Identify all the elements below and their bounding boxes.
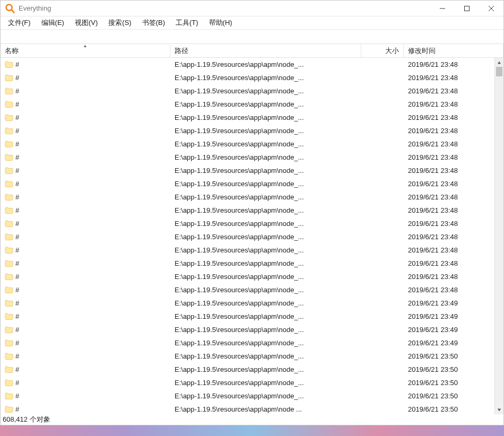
header-size[interactable]: 大小 xyxy=(361,44,404,57)
cell-name: # xyxy=(1,405,170,414)
cell-name: # xyxy=(1,60,170,69)
table-row[interactable]: #E:\app-1.19.5\resources\app\apm\node_..… xyxy=(1,297,503,310)
table-row[interactable]: #E:\app-1.19.5\resources\app\apm\node_..… xyxy=(1,257,503,270)
cell-path: E:\app-1.19.5\resources\app\apm\node_... xyxy=(170,286,361,294)
vertical-scrollbar[interactable] xyxy=(494,58,503,414)
cell-name: # xyxy=(1,193,170,202)
folder-icon xyxy=(5,193,13,202)
cell-path: E:\app-1.19.5\resources\app\apm\node_... xyxy=(170,206,361,214)
table-row[interactable]: #E:\app-1.19.5\resources\app\apm\node_..… xyxy=(1,283,503,297)
folder-icon xyxy=(5,140,13,149)
folder-icon xyxy=(5,312,13,321)
table-row[interactable]: #E:\app-1.19.5\resources\app\apm\node_..… xyxy=(1,376,503,389)
cell-name: # xyxy=(1,273,170,281)
table-row[interactable]: #E:\app-1.19.5\resources\app\apm\node_..… xyxy=(1,137,503,151)
cell-path: E:\app-1.19.5\resources\app\apm\node_... xyxy=(170,339,361,347)
table-row[interactable]: #E:\app-1.19.5\resources\app\apm\node_..… xyxy=(1,389,503,403)
menu-help[interactable]: 帮助(H) xyxy=(204,17,238,29)
item-name: # xyxy=(15,392,19,400)
item-name: # xyxy=(15,140,19,148)
search-bar xyxy=(1,29,503,44)
cell-date: 2019/6/21 23:48 xyxy=(404,273,503,281)
column-headers: ▲ 名称 路径 大小 修改时间 xyxy=(1,44,503,58)
folder-icon xyxy=(5,326,13,334)
table-row[interactable]: #E:\app-1.19.5\resources\app\apm\node_..… xyxy=(1,243,503,257)
cell-name: # xyxy=(1,312,170,321)
folder-icon xyxy=(5,365,13,374)
cell-path: E:\app-1.19.5\resources\app\apm\node ... xyxy=(170,405,361,413)
cell-path: E:\app-1.19.5\resources\app\apm\node_... xyxy=(170,180,361,188)
cell-path: E:\app-1.19.5\resources\app\apm\node_... xyxy=(170,392,361,400)
table-row[interactable]: #E:\app-1.19.5\resources\app\apm\node ..… xyxy=(1,403,503,414)
header-name[interactable]: ▲ 名称 xyxy=(1,44,170,57)
cell-path: E:\app-1.19.5\resources\app\apm\node_... xyxy=(170,167,361,175)
app-window: Everything 文件(F) 编辑(E) 视图(V) 搜索(S) 书签(B)… xyxy=(0,0,504,425)
folder-icon xyxy=(5,220,13,228)
menu-view[interactable]: 视图(V) xyxy=(69,17,103,29)
close-button[interactable] xyxy=(479,1,503,16)
scrollbar-track[interactable] xyxy=(495,67,503,405)
item-name: # xyxy=(15,100,19,108)
results-list[interactable]: #E:\app-1.19.5\resources\app\apm\node_..… xyxy=(1,58,503,414)
table-row[interactable]: #E:\app-1.19.5\resources\app\apm\node_..… xyxy=(1,363,503,376)
titlebar[interactable]: Everything xyxy=(1,1,503,16)
item-name: # xyxy=(15,193,19,201)
table-row[interactable]: #E:\app-1.19.5\resources\app\apm\node_..… xyxy=(1,84,503,98)
cell-name: # xyxy=(1,127,170,135)
scrollbar-thumb[interactable] xyxy=(496,67,502,76)
sort-ascending-icon: ▲ xyxy=(83,44,88,48)
cell-date: 2019/6/21 23:50 xyxy=(404,379,503,387)
search-input[interactable] xyxy=(1,30,503,43)
scroll-up-button[interactable] xyxy=(495,58,503,67)
cell-name: # xyxy=(1,114,170,122)
item-name: # xyxy=(15,299,19,307)
cell-name: # xyxy=(1,153,170,162)
table-row[interactable]: #E:\app-1.19.5\resources\app\apm\node_..… xyxy=(1,336,503,350)
cell-date: 2019/6/21 23:50 xyxy=(404,365,503,373)
cell-date: 2019/6/21 23:48 xyxy=(404,206,503,214)
folder-icon xyxy=(5,127,13,135)
menu-file[interactable]: 文件(F) xyxy=(3,17,36,29)
folder-icon xyxy=(5,233,13,241)
maximize-button[interactable] xyxy=(455,1,479,16)
table-row[interactable]: #E:\app-1.19.5\resources\app\apm\node_..… xyxy=(1,177,503,190)
cell-name: # xyxy=(1,100,170,109)
table-row[interactable]: #E:\app-1.19.5\resources\app\apm\node_..… xyxy=(1,350,503,363)
table-row[interactable]: #E:\app-1.19.5\resources\app\apm\node_..… xyxy=(1,204,503,217)
table-row[interactable]: #E:\app-1.19.5\resources\app\apm\node_..… xyxy=(1,230,503,243)
item-name: # xyxy=(15,206,19,214)
item-name: # xyxy=(15,259,19,267)
table-row[interactable]: #E:\app-1.19.5\resources\app\apm\node_..… xyxy=(1,270,503,283)
cell-path: E:\app-1.19.5\resources\app\apm\node_... xyxy=(170,127,361,135)
menu-search[interactable]: 搜索(S) xyxy=(103,17,136,29)
table-row[interactable]: #E:\app-1.19.5\resources\app\apm\node_..… xyxy=(1,190,503,204)
header-path[interactable]: 路径 xyxy=(170,44,361,57)
cell-date: 2019/6/21 23:48 xyxy=(404,114,503,121)
menu-edit[interactable]: 编辑(E) xyxy=(36,17,69,29)
table-row[interactable]: #E:\app-1.19.5\resources\app\apm\node_..… xyxy=(1,164,503,177)
cell-path: E:\app-1.19.5\resources\app\apm\node_... xyxy=(170,87,361,95)
table-row[interactable]: #E:\app-1.19.5\resources\app\apm\node_..… xyxy=(1,111,503,124)
folder-icon xyxy=(5,273,13,281)
minimize-button[interactable] xyxy=(430,1,455,16)
table-row[interactable]: #E:\app-1.19.5\resources\app\apm\node_..… xyxy=(1,58,503,71)
table-row[interactable]: #E:\app-1.19.5\resources\app\apm\node_..… xyxy=(1,323,503,336)
table-row[interactable]: #E:\app-1.19.5\resources\app\apm\node_..… xyxy=(1,71,503,84)
cell-name: # xyxy=(1,286,170,294)
table-row[interactable]: #E:\app-1.19.5\resources\app\apm\node_..… xyxy=(1,98,503,111)
cell-name: # xyxy=(1,352,170,361)
menu-bookmarks[interactable]: 书签(B) xyxy=(137,17,170,29)
cell-name: # xyxy=(1,259,170,268)
folder-icon xyxy=(5,286,13,294)
cell-name: # xyxy=(1,74,170,82)
scroll-down-button[interactable] xyxy=(495,405,503,414)
header-date[interactable]: 修改时间 xyxy=(404,44,503,57)
cell-name: # xyxy=(1,326,170,334)
table-row[interactable]: #E:\app-1.19.5\resources\app\apm\node_..… xyxy=(1,124,503,137)
folder-icon xyxy=(5,339,13,347)
menu-tools[interactable]: 工具(T) xyxy=(170,17,204,29)
cell-path: E:\app-1.19.5\resources\app\apm\node_... xyxy=(170,100,361,108)
table-row[interactable]: #E:\app-1.19.5\resources\app\apm\node_..… xyxy=(1,151,503,164)
table-row[interactable]: #E:\app-1.19.5\resources\app\apm\node_..… xyxy=(1,310,503,323)
table-row[interactable]: #E:\app-1.19.5\resources\app\apm\node_..… xyxy=(1,217,503,230)
